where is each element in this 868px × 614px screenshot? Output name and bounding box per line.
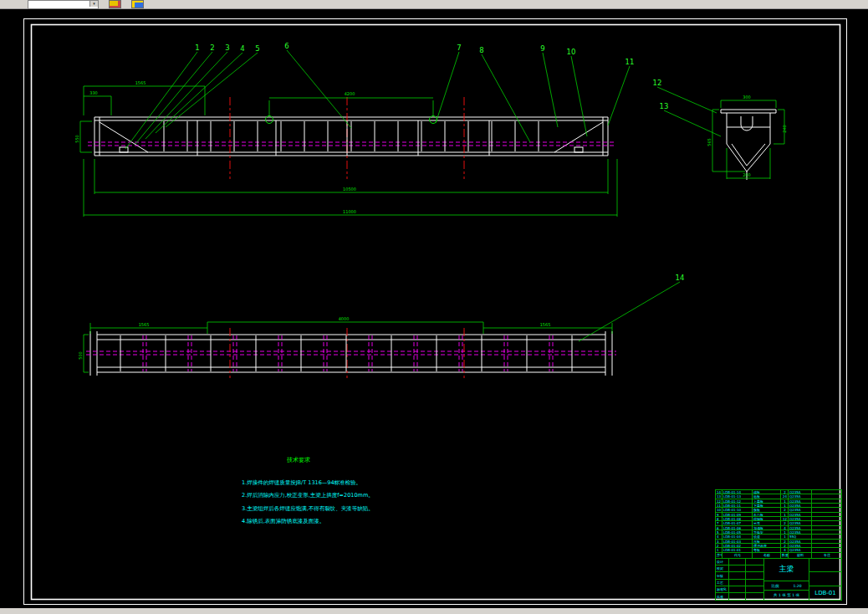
dimension-lines bbox=[712, 100, 784, 179]
centerlines bbox=[230, 328, 464, 378]
signature-role-label: 批准 bbox=[716, 593, 729, 599]
signature-cell bbox=[746, 572, 763, 578]
balloon-number: 11 bbox=[625, 58, 635, 66]
bom-cell: 13 bbox=[716, 494, 722, 498]
bom-cell: Q235A bbox=[789, 530, 812, 534]
bom-cell: 横隔板 bbox=[753, 517, 781, 520]
section-view bbox=[712, 100, 784, 180]
title-block: 14LDB-01-14端板2Q235A13LDB-01-13筋板24Q235A1… bbox=[715, 489, 842, 601]
chevron-down-icon[interactable]: ▾ bbox=[89, 1, 98, 7]
bom-cell: 2 bbox=[781, 521, 789, 524]
bom-cell: 14 bbox=[716, 490, 722, 494]
signature-cell bbox=[729, 572, 746, 578]
bom-cell bbox=[812, 494, 841, 498]
balloon-number: 13 bbox=[660, 102, 669, 110]
bom-cell: 1 bbox=[781, 535, 789, 538]
bom-cell: 11 bbox=[716, 504, 722, 507]
balloon-leader bbox=[135, 52, 212, 144]
signature-cell bbox=[746, 580, 763, 586]
balloon-leader bbox=[156, 53, 243, 133]
bom-cell bbox=[812, 526, 841, 530]
notes-line: 4.除锈后,表面涂防锈底漆及面漆。 bbox=[242, 518, 324, 524]
dimension-label: 550 bbox=[74, 135, 79, 143]
bom-cell: 轨道 bbox=[753, 535, 781, 538]
part-name: 主梁 bbox=[764, 559, 809, 581]
bom-cell: Q235A bbox=[789, 548, 812, 551]
balloon-number: 14 bbox=[676, 274, 685, 282]
balloon-number: 1 bbox=[195, 43, 199, 52]
bom-cell: Q235A bbox=[789, 544, 812, 547]
bom-cell: 4 bbox=[716, 535, 722, 538]
signature-cell bbox=[746, 593, 763, 599]
notes-line: 3.主梁组焊后各焊缝应饱满,不得有裂纹、夹渣等缺陷。 bbox=[242, 505, 374, 512]
bom-cell: 缓冲器座 bbox=[753, 544, 781, 547]
bom-cell bbox=[812, 499, 841, 503]
bom-cell: Q235A bbox=[789, 513, 812, 516]
bom-cell: 24 bbox=[781, 494, 789, 498]
bom-cell: 腹板 bbox=[753, 508, 781, 511]
sheet-info: 共 1 张 第 1 张 bbox=[764, 591, 809, 600]
dimension-label: 1565 bbox=[139, 322, 150, 327]
dimension-lines bbox=[84, 322, 612, 372]
signature-role-label: 设计 bbox=[716, 559, 729, 565]
balloon-leader bbox=[571, 56, 587, 136]
bom-cell: LDB-01-10 bbox=[722, 508, 753, 511]
bom-cell: 下盖板 bbox=[753, 504, 781, 507]
balloon-number: 9 bbox=[540, 44, 544, 53]
bom-cell: 2 bbox=[781, 490, 789, 494]
balloon-leader bbox=[579, 282, 680, 341]
toolbar-icon-2[interactable] bbox=[131, 0, 144, 8]
bom-cell: LDB-01-02 bbox=[722, 544, 753, 547]
bom-cell: 1 bbox=[716, 548, 722, 551]
signature-cell bbox=[729, 580, 746, 586]
layer-combobox[interactable]: ▾ bbox=[28, 0, 99, 9]
bom-cell bbox=[812, 535, 841, 538]
balloon-number: 5 bbox=[255, 44, 259, 53]
bom-cell: LDB-01-07 bbox=[722, 521, 753, 524]
bom-cell: 5 bbox=[716, 530, 722, 534]
signature-grid: 设计校对审核工艺标准化批准 bbox=[716, 559, 764, 600]
bom-cell: Q235A bbox=[789, 499, 812, 503]
bom-table: 14LDB-01-14端板2Q235A13LDB-01-13筋板24Q235A1… bbox=[716, 490, 841, 553]
bom-cell: 2 bbox=[781, 508, 789, 511]
balloon-number: 4 bbox=[240, 44, 244, 53]
dimension-label: 240 bbox=[782, 125, 787, 133]
bom-cell: LDB-01-13 bbox=[722, 494, 753, 498]
signature-role-label: 标准化 bbox=[716, 586, 729, 592]
bom-cell: LDB-01-12 bbox=[722, 499, 753, 503]
bom-cell bbox=[812, 530, 841, 534]
bom-cell: 导电架 bbox=[753, 530, 781, 534]
dimension-label: 565 bbox=[707, 138, 712, 146]
bom-cell: 2 bbox=[781, 540, 789, 543]
status-bar bbox=[0, 608, 868, 614]
dimension-label: 10500 bbox=[343, 187, 356, 192]
bom-cell: 筋板 bbox=[753, 494, 781, 498]
dimension-label: 500 bbox=[78, 351, 83, 360]
bom-cell: Q235A bbox=[789, 540, 812, 543]
bom-header-cell: 材料 bbox=[789, 553, 812, 558]
signature-cell bbox=[729, 559, 746, 565]
signature-cell bbox=[729, 586, 746, 592]
notes-line: 1.焊接件的焊缝质量按JB/T 1316—94标准检验。 bbox=[242, 479, 361, 486]
dimension-label: 1565 bbox=[540, 322, 551, 327]
bom-cell: Q235A bbox=[789, 504, 812, 507]
bom-cell: 走台板 bbox=[753, 513, 781, 516]
signature-row: 设计 bbox=[716, 559, 763, 565]
signature-role-label: 工艺 bbox=[716, 580, 729, 586]
bom-cell: LDB-01-06 bbox=[722, 526, 753, 530]
toolbar-icon-1[interactable] bbox=[109, 0, 121, 8]
balloon-leader bbox=[125, 52, 197, 149]
bom-cell bbox=[812, 540, 841, 543]
bom-cell: LDB-01-03 bbox=[722, 540, 753, 543]
dimension-label: 260 bbox=[743, 172, 751, 177]
balloon-number: 12 bbox=[653, 79, 662, 87]
signature-cell bbox=[746, 565, 763, 571]
balloon-leader bbox=[166, 53, 258, 127]
bom-cell: LDB-01-04 bbox=[722, 535, 753, 538]
dimension-label: 1565 bbox=[135, 80, 146, 85]
toolbar: ▾ bbox=[0, 0, 868, 9]
balloon-number: 7 bbox=[457, 43, 461, 52]
scale-value: 1:20 bbox=[793, 584, 801, 588]
bom-cell: 12 bbox=[716, 499, 722, 503]
dimension-lines bbox=[80, 86, 617, 217]
